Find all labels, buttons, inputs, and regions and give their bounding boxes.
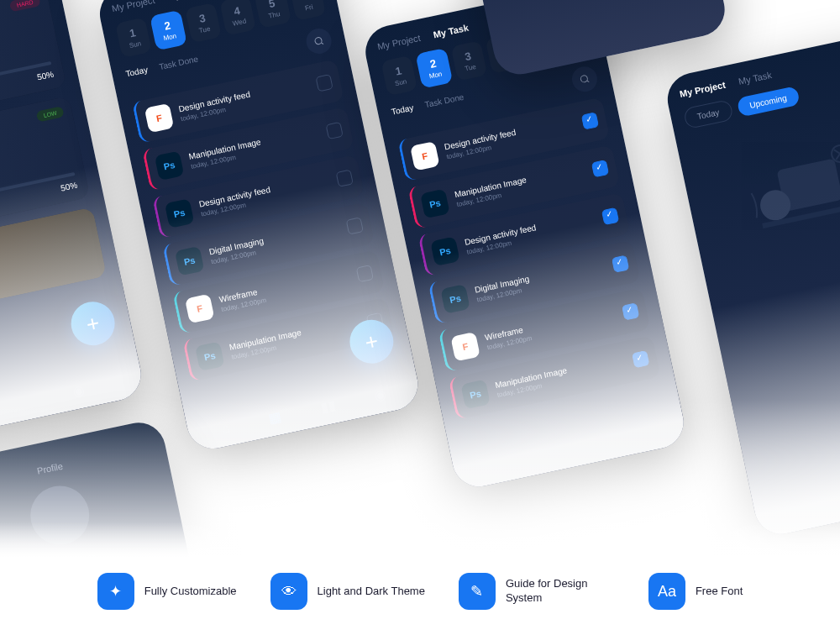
task-row[interactable]: FDesign activity feedtoday, 12:00pm [132,59,344,143]
task-time: today, 12:00pm [496,365,627,399]
project-card[interactable]: Website Create Application about industr… [0,96,90,240]
app-icon: F [144,103,175,134]
task-title: Manipulation Image [494,354,625,390]
empty-illustration [694,119,840,265]
app-icon: Ps [460,380,491,410]
subtab-today[interactable]: Today [125,65,152,94]
task-row[interactable]: PsManipulation Imagetoday, 12:00pm [142,107,354,191]
app-icon: Ps [165,198,195,228]
task-title: Digital Imaging [474,258,605,294]
nav-chart-icon[interactable]: ▮▮ [319,397,338,416]
feature-text: Fully Customizable [144,585,237,599]
bottom-nav: ▮▮ ◉ [0,372,131,431]
feature-item: ✦Fully Customizable [97,573,237,610]
day-cell[interactable]: 2Mon [416,48,453,89]
task-row[interactable]: PsDigital Imagingtoday, 12:00pm [162,202,375,286]
task-row[interactable]: PsDesign activity feedtoday, 12:00pm [417,192,630,276]
task-row[interactable]: FDesign activity feedtoday, 12:00pm [397,97,610,181]
task-time: today, 12:00pm [231,326,361,360]
task-time: today, 12:00pm [211,231,341,265]
project-card[interactable] [0,207,107,319]
app-icon: Ps [175,246,205,276]
task-time: today, 12:00pm [446,126,576,160]
day-cell[interactable]: 3Tue [450,40,487,81]
nav-profile-icon[interactable]: ◉ [71,381,87,399]
svg-point-2 [580,75,588,82]
task-row[interactable]: PsDesign activity feedtoday, 12:00pm [152,155,365,239]
svg-rect-3 [777,159,840,212]
feature-item: ✎Guide for Design System [459,573,615,610]
task-checkbox[interactable] [336,170,354,187]
search-icon[interactable] [304,26,334,56]
tab-project[interactable]: My Project [376,33,421,52]
nav-profile-icon[interactable]: ◉ [373,386,388,404]
subtab-taskdone[interactable]: Task Done [424,92,468,125]
day-cell[interactable]: 3Tue [185,3,222,44]
project-card[interactable]: App Health Care Care app for Android and… [0,0,66,129]
nav-calendar-icon[interactable]: ▦ [267,408,283,427]
app-icon: Ps [440,284,470,314]
card-date: Saturday, 12 January 2024 [0,156,73,202]
app-icon: F [185,294,215,324]
svg-point-6 [830,144,840,164]
filter-today[interactable]: Today [683,99,734,129]
card-subtitle: Create Application about industrial [0,143,70,189]
task-checkbox[interactable] [601,207,619,225]
day-cell[interactable]: 5Thu [255,0,291,29]
app-icon: Ps [420,189,450,219]
task-title: Digital Imaging [208,220,339,256]
feature-icon: ✎ [459,573,496,610]
task-row[interactable]: PsManipulation Imagetoday, 12:00pm [407,144,620,228]
tab-project[interactable]: My Project [111,0,155,13]
task-checkbox[interactable] [325,122,343,139]
card-title: Website [0,129,68,180]
nav-home-icon[interactable]: ⌂ [220,420,231,437]
progress-pct: 50% [0,181,78,228]
task-time: today, 12:00pm [190,135,320,170]
filter-upcoming[interactable]: Upcoming [736,86,800,118]
task-checkbox[interactable] [315,74,333,92]
task-checkbox[interactable] [612,255,629,272]
tab-task[interactable]: My Task [433,23,470,40]
fab-add[interactable]: + [67,297,119,349]
task-checkbox[interactable] [632,350,649,368]
app-icon: F [410,141,440,171]
task-time: today, 12:00pm [221,279,351,313]
task-title: Manipulation Image [454,163,585,199]
tab-task[interactable]: My Task [166,0,203,2]
task-row[interactable]: PsManipulation Imagetoday, 12:00pm [449,335,661,419]
task-row[interactable]: PsDigital Imagingtoday, 12:00pm [428,240,640,324]
app-icon: Ps [195,341,225,371]
task-title: Manipulation Image [188,125,319,161]
task-time: today, 12:00pm [200,183,330,218]
card-date: Saturday, 12 January 2024 [0,45,50,92]
svg-rect-5 [762,202,840,228]
search-icon[interactable] [570,64,600,94]
task-row[interactable]: FWireframetoday, 12:00pm [438,287,650,371]
day-cell[interactable]: 4Wed [219,0,256,36]
task-checkbox[interactable] [366,312,384,330]
tab-task[interactable]: My Task [738,70,773,87]
task-title: Design activity feed [464,211,595,247]
svg-point-4 [758,187,794,223]
task-checkbox[interactable] [356,265,374,282]
progress-pct: 50% [0,70,55,118]
task-checkbox[interactable] [591,160,609,177]
tab-project[interactable]: My Project [679,80,727,99]
task-row[interactable]: FWireframetoday, 12:00pm [172,249,385,333]
task-checkbox[interactable] [622,302,639,320]
task-time: today, 12:00pm [456,174,586,208]
phone-empty: My Project My Task Today Upcoming [663,30,840,539]
subtab-taskdone[interactable]: Task Done [158,54,202,87]
task-checkbox[interactable] [346,217,364,234]
task-checkbox[interactable] [581,112,599,129]
task-title: Design activity feed [178,77,309,113]
subtab-today[interactable]: Today [391,102,417,132]
day-cell[interactable]: 1Sun [115,17,152,58]
fab-add[interactable]: + [346,316,398,368]
task-time: today, 12:00pm [180,88,310,123]
day-cell[interactable]: 2Mon [150,10,186,51]
task-row[interactable]: PsManipulation Imagetoday, 12:00pm [182,297,395,381]
day-cell[interactable]: 1Sun [381,55,417,97]
day-cell[interactable]: 6Fri [289,0,326,21]
